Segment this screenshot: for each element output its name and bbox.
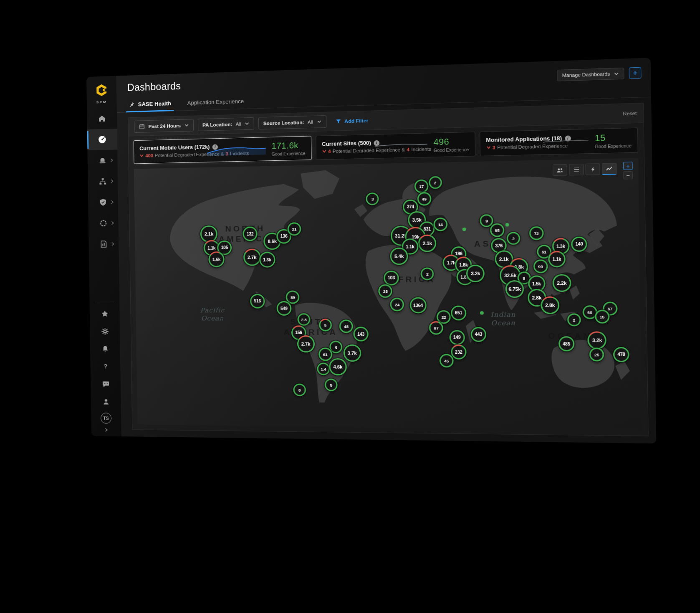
pa-location-value: All bbox=[236, 121, 241, 127]
map-bubble[interactable]: 8 bbox=[293, 383, 306, 396]
map-bubble[interactable]: 140 bbox=[571, 236, 587, 252]
sidebar-item-chat[interactable] bbox=[91, 375, 121, 393]
bubble-count: 105 bbox=[218, 242, 230, 254]
sidebar-item-reports[interactable] bbox=[88, 233, 119, 255]
map-bubble[interactable]: 443 bbox=[470, 327, 486, 342]
kpi-card-mobile-users[interactable]: Current Mobile Users (172k) i 400 Potent… bbox=[134, 136, 312, 164]
bubble-count: 48 bbox=[341, 321, 352, 332]
tab-label: SASE Health bbox=[138, 100, 172, 108]
map-bubble[interactable]: 2 bbox=[507, 232, 520, 245]
map-bubble[interactable]: 15 bbox=[595, 310, 610, 324]
trend-down-icon bbox=[486, 145, 491, 150]
pa-location-label: PA Location: bbox=[202, 122, 232, 127]
pa-location-dropdown[interactable]: PA Location: All bbox=[198, 117, 254, 131]
add-dashboard-button[interactable]: + bbox=[629, 67, 642, 79]
map-bubble[interactable]: 5 bbox=[319, 319, 332, 331]
bubble-count: 72 bbox=[531, 228, 542, 239]
map-bubble[interactable]: 149 bbox=[449, 330, 465, 345]
map-bubble[interactable]: 1.1k bbox=[548, 251, 566, 268]
map-bubble[interactable]: 549 bbox=[276, 301, 291, 316]
map-bubble[interactable]: 1364 bbox=[409, 297, 426, 314]
map-bubble[interactable]: 97 bbox=[429, 321, 443, 334]
map-bubble[interactable]: 1.6k bbox=[208, 251, 224, 267]
user-avatar[interactable]: TS bbox=[101, 413, 111, 423]
chevron-down-icon bbox=[614, 71, 619, 76]
sidebar-item-star[interactable] bbox=[90, 305, 120, 322]
map-bubble[interactable]: 2.2k bbox=[552, 274, 571, 292]
tab-sase-health[interactable]: SASE Health bbox=[127, 97, 172, 112]
sidebar-item-alarm[interactable] bbox=[87, 149, 117, 171]
map-bubble[interactable]: 143 bbox=[353, 327, 369, 342]
map-bubble[interactable]: 3.2k bbox=[466, 264, 485, 282]
bubble-count: 2.1k bbox=[496, 252, 512, 267]
reset-button[interactable]: Reset bbox=[623, 110, 637, 116]
bubble-count: 2 bbox=[430, 177, 440, 188]
map-bubble[interactable]: 6.75k bbox=[505, 280, 524, 298]
chart-view-button[interactable] bbox=[602, 163, 617, 175]
kpi-value: 171.6k bbox=[271, 140, 305, 151]
sparkline-chart bbox=[542, 135, 589, 148]
bubble-count: 14 bbox=[435, 219, 446, 230]
kpi-card-applications[interactable]: Monitored Applications (18) i 3 Potentia… bbox=[480, 128, 638, 156]
map-bubble[interactable]: 232 bbox=[451, 344, 467, 360]
map-bubble[interactable]: 2.1k bbox=[418, 235, 437, 252]
map-bubble[interactable]: 2.7k bbox=[243, 248, 261, 266]
map-bubble[interactable]: 89 bbox=[286, 291, 300, 304]
add-filter-button[interactable]: Add Filter bbox=[335, 117, 368, 124]
map-bubble[interactable]: 651 bbox=[451, 305, 467, 320]
map-bubble[interactable]: 61 bbox=[318, 348, 332, 361]
map-bubble[interactable]: 478 bbox=[613, 347, 629, 362]
sidebar-item-home[interactable] bbox=[87, 108, 117, 129]
sidebar-item-bell[interactable] bbox=[90, 340, 120, 357]
kpi-title: Current Mobile Users (172k) bbox=[139, 144, 210, 152]
sidebar-collapse-button[interactable] bbox=[104, 425, 108, 436]
map-bubble[interactable]: 3.7k bbox=[343, 344, 361, 362]
map-bubble[interactable]: 24 bbox=[390, 298, 404, 311]
map-bubble[interactable]: 5.4k bbox=[390, 248, 408, 265]
map-bubble[interactable]: 1.4 bbox=[317, 362, 330, 375]
map-bubble[interactable]: 2 bbox=[421, 267, 434, 280]
sidebar-item-user[interactable] bbox=[91, 393, 121, 410]
sidebar: SCM ? TS bbox=[86, 76, 121, 436]
map-bubble[interactable]: 516 bbox=[250, 294, 265, 308]
source-location-dropdown[interactable]: Source Location: All bbox=[258, 115, 326, 129]
map-bubble[interactable]: 485 bbox=[558, 336, 575, 351]
map-bubble[interactable]: 90 bbox=[533, 259, 548, 273]
sidebar-item-network[interactable] bbox=[88, 170, 118, 192]
bolt-view-button[interactable] bbox=[585, 163, 600, 175]
map-bubble[interactable]: 103 bbox=[384, 271, 399, 286]
map-bubble[interactable]: 2.7k bbox=[297, 335, 315, 352]
world-map[interactable]: NORTHAMERICASOUTHAMERICAAFRICAASIAOCEANI… bbox=[134, 158, 642, 430]
scm-logo-icon bbox=[94, 83, 109, 99]
sidebar-item-gauge[interactable] bbox=[87, 129, 117, 150]
map-bubble[interactable]: 45 bbox=[439, 354, 453, 368]
map-bubble[interactable]: 4.6k bbox=[329, 358, 347, 375]
sidebar-item-shield[interactable] bbox=[88, 192, 118, 213]
map-bubble[interactable]: 25 bbox=[589, 347, 604, 361]
zoom-in-button[interactable]: + bbox=[623, 162, 633, 170]
sidebar-item-insights[interactable] bbox=[88, 213, 119, 234]
tab-application-experience[interactable]: Application Experience bbox=[186, 94, 245, 110]
scm-logo[interactable]: SCM bbox=[94, 80, 109, 108]
map-bubble[interactable]: 2.8k bbox=[541, 296, 559, 314]
bubble-count: 25 bbox=[591, 349, 603, 360]
map-bubble[interactable]: 48 bbox=[339, 319, 353, 333]
manage-dashboards-button[interactable]: Manage Dashboards bbox=[557, 68, 624, 81]
bubble-count: 549 bbox=[278, 302, 291, 314]
bubble-count: 143 bbox=[354, 328, 367, 340]
map-bubble[interactable]: 28 bbox=[379, 284, 393, 298]
zoom-out-button[interactable]: − bbox=[623, 171, 633, 180]
kpi-card-sites[interactable]: Current Sites (500) i 4 Potential Degrad… bbox=[316, 132, 475, 160]
list-view-button[interactable] bbox=[569, 164, 584, 175]
sidebar-item-help[interactable]: ? bbox=[90, 357, 120, 375]
map-bubble[interactable]: 3.2k bbox=[588, 331, 607, 349]
map-bubble[interactable]: 5 bbox=[325, 379, 338, 391]
map-bubble[interactable]: 2.3 bbox=[298, 313, 311, 326]
users2-view-button[interactable] bbox=[553, 164, 567, 176]
map-bubble[interactable]: 6 bbox=[330, 340, 343, 353]
sidebar-item-settings[interactable] bbox=[90, 322, 120, 340]
kpi-value: 496 bbox=[434, 136, 469, 147]
map-bubble[interactable]: 1.3k bbox=[259, 252, 275, 268]
map-bubble[interactable]: 2 bbox=[567, 313, 581, 326]
time-range-dropdown[interactable]: Past 24 Hours bbox=[134, 119, 194, 133]
